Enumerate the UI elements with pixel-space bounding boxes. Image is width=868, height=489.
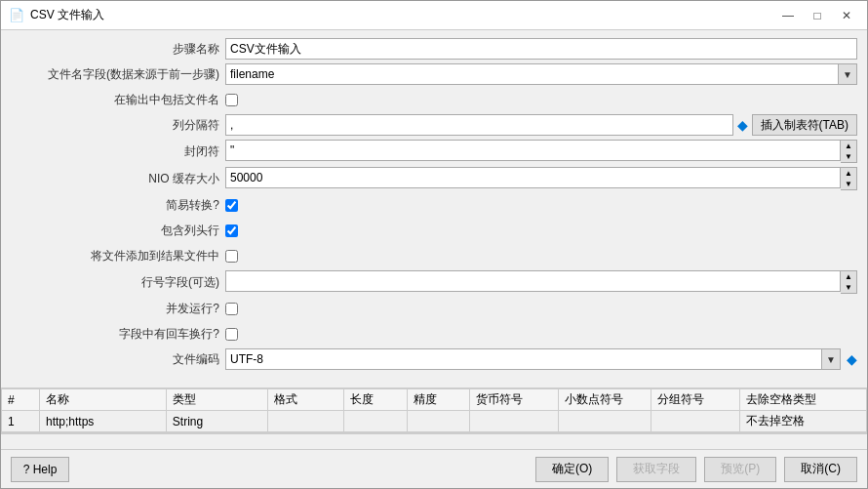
header-control xyxy=(225,224,857,237)
hscroll-inner[interactable] xyxy=(1,434,867,449)
close-button[interactable]: ✕ xyxy=(834,6,859,25)
table-row[interactable]: 1 http;https String 不去掉空格 xyxy=(2,411,867,432)
enclosure-spinner: ▲ ▼ xyxy=(225,140,857,163)
table-scroll[interactable]: # 名称 类型 格式 长度 精度 货币符号 小数点符号 分组符号 去除空格类型 xyxy=(1,388,867,433)
enclosure-label: 封闭符 xyxy=(11,143,225,160)
encoding-select[interactable]: UTF-8 GBK GB2312 ISO-8859-1 xyxy=(225,348,841,370)
table-header-row: # 名称 类型 格式 长度 精度 货币符号 小数点符号 分组符号 去除空格类型 xyxy=(2,389,867,411)
col-header-precision: 精度 xyxy=(407,389,470,411)
parallel-control xyxy=(225,303,857,315)
encoding-diamond: ◆ xyxy=(847,351,857,367)
filename-select[interactable]: filename xyxy=(225,63,857,85)
col-header-trim: 去除空格类型 xyxy=(740,389,867,411)
window-icon: 📄 xyxy=(9,8,24,23)
parallel-label: 并发运行? xyxy=(11,301,225,317)
separator-control: ◆ 插入制表符(TAB) xyxy=(225,114,857,136)
col-header-type: 类型 xyxy=(166,389,267,411)
include-filename-checkbox[interactable] xyxy=(225,94,238,106)
help-button[interactable]: ? Help xyxy=(11,457,69,482)
include-filename-control xyxy=(225,94,857,106)
nio-spinner-btns: ▲ ▼ xyxy=(841,167,857,190)
add-to-result-row: 将文件添加到结果文件中 xyxy=(11,245,857,266)
parallel-row: 并发运行? xyxy=(11,298,857,319)
nio-buffer-row: NIO 缓存大小 ▲ ▼ xyxy=(11,167,857,190)
nio-buffer-control: ▲ ▼ xyxy=(225,167,857,190)
rownumber-spinner-btns: ▲ ▼ xyxy=(841,270,857,294)
dialog-content: 步骤名称 文件名字段(数据来源于前一步骤) filename ▼ xyxy=(1,30,867,488)
rownumber-label: 行号字段(可选) xyxy=(11,274,225,291)
get-fields-button[interactable]: 获取字段 xyxy=(616,457,696,482)
rownumber-control: ▲ ▼ xyxy=(225,270,857,294)
cell-num: 1 xyxy=(2,411,40,432)
rownumber-up[interactable]: ▲ xyxy=(841,271,856,282)
cell-precision xyxy=(407,411,470,432)
nio-spinner: ▲ ▼ xyxy=(225,167,857,190)
titlebar-left: 📄 CSV 文件输入 xyxy=(9,7,104,23)
rownumber-down[interactable]: ▼ xyxy=(841,282,856,293)
separator-diamond: ◆ xyxy=(737,117,748,133)
step-name-row: 步骤名称 xyxy=(11,38,857,60)
lazy-checkbox[interactable] xyxy=(225,199,238,212)
include-filename-row: 在输出中包括文件名 xyxy=(11,89,857,110)
include-filename-label: 在输出中包括文件名 xyxy=(11,92,225,108)
enclosure-spinner-btns: ▲ ▼ xyxy=(841,140,857,163)
header-label: 包含列头行 xyxy=(11,223,225,239)
form-area: 步骤名称 文件名字段(数据来源于前一步骤) filename ▼ xyxy=(1,30,867,387)
encoding-row: 文件编码 UTF-8 GBK GB2312 ISO-8859-1 ▼ ◆ xyxy=(11,348,857,370)
step-name-label: 步骤名称 xyxy=(11,41,225,58)
newline-label: 字段中有回车换行? xyxy=(11,326,225,343)
cancel-button[interactable]: 取消(C) xyxy=(784,457,857,482)
lazy-control xyxy=(225,199,857,212)
newline-checkbox[interactable] xyxy=(225,328,238,341)
ok-button[interactable]: 确定(O) xyxy=(535,457,609,482)
preview-button[interactable]: 预览(P) xyxy=(704,457,776,482)
cell-length xyxy=(343,411,407,432)
nio-buffer-input[interactable] xyxy=(225,167,841,188)
hscroll-content xyxy=(1,434,867,435)
rownumber-row: 行号字段(可选) ▲ ▼ xyxy=(11,270,857,294)
main-window: 📄 CSV 文件输入 — □ ✕ 步骤名称 文件名字段(数据来源于前一步骤) xyxy=(0,0,868,489)
dialog-footer: ? Help 确定(O) 获取字段 预览(P) 取消(C) xyxy=(1,449,867,488)
separator-input[interactable] xyxy=(225,114,733,136)
col-header-group: 分组符号 xyxy=(651,389,740,411)
maximize-button[interactable]: □ xyxy=(805,6,830,25)
enclosure-input[interactable] xyxy=(225,140,841,161)
encoding-label: 文件编码 xyxy=(11,351,225,368)
window-title: CSV 文件输入 xyxy=(30,7,104,23)
titlebar-controls: — □ ✕ xyxy=(775,6,859,25)
add-to-result-checkbox[interactable] xyxy=(225,250,238,263)
horizontal-scrollbar[interactable] xyxy=(1,433,867,449)
filename-control: filename ▼ xyxy=(225,63,857,85)
nio-buffer-label: NIO 缓存大小 xyxy=(11,171,225,187)
lazy-row: 简易转换? xyxy=(11,194,857,216)
step-name-input[interactable] xyxy=(225,38,857,60)
encoding-control: UTF-8 GBK GB2312 ISO-8859-1 ▼ ◆ xyxy=(225,348,857,370)
insert-tab-button[interactable]: 插入制表符(TAB) xyxy=(752,114,857,136)
enclosure-row: 封闭符 ▲ ▼ xyxy=(11,140,857,163)
newline-row: 字段中有回车换行? xyxy=(11,323,857,345)
lazy-label: 简易转换? xyxy=(11,197,225,214)
newline-control xyxy=(225,328,857,341)
col-header-decimal: 小数点符号 xyxy=(559,389,651,411)
rownumber-input[interactable] xyxy=(225,270,841,292)
enclosure-up[interactable]: ▲ xyxy=(841,141,856,151)
enclosure-control: ▲ ▼ xyxy=(225,140,857,163)
col-header-currency: 货币符号 xyxy=(470,389,559,411)
cell-currency xyxy=(470,411,559,432)
table-area: # 名称 类型 格式 长度 精度 货币符号 小数点符号 分组符号 去除空格类型 xyxy=(1,387,867,449)
nio-up[interactable]: ▲ xyxy=(841,168,856,179)
enclosure-down[interactable]: ▼ xyxy=(841,151,856,162)
cell-name: http;https xyxy=(39,411,166,432)
rownumber-spinner: ▲ ▼ xyxy=(225,270,857,294)
col-header-name: 名称 xyxy=(39,389,166,411)
header-row: 包含列头行 xyxy=(11,220,857,241)
add-to-result-label: 将文件添加到结果文件中 xyxy=(11,248,225,265)
minimize-button[interactable]: — xyxy=(775,6,801,25)
separator-label: 列分隔符 xyxy=(11,117,225,134)
cell-trim: 不去掉空格 xyxy=(740,411,867,432)
nio-down[interactable]: ▼ xyxy=(841,179,856,189)
filename-row: 文件名字段(数据来源于前一步骤) filename ▼ xyxy=(11,63,857,85)
header-checkbox[interactable] xyxy=(225,224,238,237)
add-to-result-control xyxy=(225,250,857,263)
parallel-checkbox[interactable] xyxy=(225,303,238,315)
